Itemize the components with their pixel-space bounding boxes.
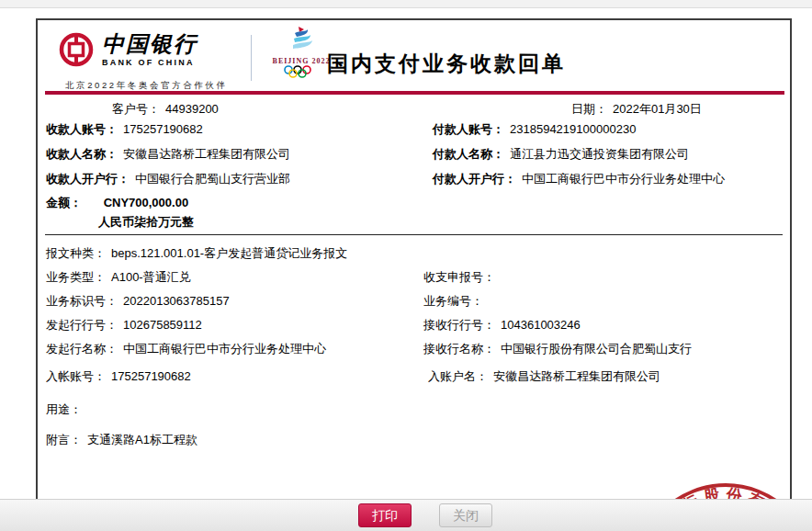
receiver-name-field: 接收行名称：中国银行股份有限公司合肥蜀山支行 xyxy=(423,341,692,357)
payer-bank-field: 付款人开户行：中国工商银行巴中市分行业务处理中心 xyxy=(433,171,725,187)
payer-name-field: 付款人名称：通江县力迅交通投资集团有限公司 xyxy=(433,146,689,163)
receiver-name-value: 中国银行股份有限公司合肥蜀山支行 xyxy=(501,342,692,356)
action-bar: 打印 关闭 xyxy=(0,499,812,531)
browser-top-strip xyxy=(0,0,812,8)
sender-name-label: 发起行名称： xyxy=(46,342,118,356)
print-button[interactable]: 打印 xyxy=(358,503,412,527)
header-red-rule xyxy=(45,91,784,95)
date-label: 日期： xyxy=(571,102,607,116)
credit-name-field: 入账户名：安徽昌达路桥工程集团有限公司 xyxy=(428,368,660,385)
customer-number-value: 44939200 xyxy=(165,102,219,116)
remark-row: 附言：支通溪路A1标工程款 xyxy=(46,432,197,448)
biz-no-field: 业务编号： xyxy=(423,293,489,310)
remark-value: 支通溪路A1标工程款 xyxy=(87,433,197,446)
boc-wordmark: 中国银行 BANK OF CHINA xyxy=(102,33,197,67)
declare-no-label: 收支申报号： xyxy=(423,270,495,284)
payer-name-value: 通江县力迅交通投资集团有限公司 xyxy=(510,147,689,161)
payee-bank-row: 收款人开户行：中国银行合肥蜀山支行营业部 付款人开户行：中国工商银行巴中市分行业… xyxy=(46,171,290,187)
payee-account-value: 175257190682 xyxy=(123,122,203,136)
payee-account-label: 收款人账号： xyxy=(46,122,118,136)
biz-type-value: A100-普通汇兑 xyxy=(111,270,191,284)
payer-account-label: 付款人账号： xyxy=(433,122,504,136)
customer-number-field: 客户号：44939200 xyxy=(112,101,219,118)
sender-name-value: 中国工商银行巴中市分行业务处理中心 xyxy=(123,342,326,356)
remark-label: 附言： xyxy=(46,433,82,446)
boc-name-en: BANK OF CHINA xyxy=(102,58,197,67)
receiver-no-field: 接收行行号：104361003246 xyxy=(423,317,581,333)
payee-bank-value: 中国银行合肥蜀山支行营业部 xyxy=(135,172,290,186)
payee-name-row: 收款人名称：安徽昌达路桥工程集团有限公司 付款人名称：通江县力迅交通投资集团有限… xyxy=(46,146,290,163)
sender-name-row: 发起行名称：中国工商银行巴中市分行业务处理中心 接收行名称：中国银行股份有限公司… xyxy=(46,341,326,357)
date-field: 日期：2022年01月30日 xyxy=(571,101,702,118)
boc-emblem-icon xyxy=(58,31,95,68)
boc-logo: 中国银行 BANK OF CHINA xyxy=(58,31,197,68)
payer-bank-value: 中国工商银行巴中市分行业务处理中心 xyxy=(522,172,725,186)
message-type-value: beps.121.001.01-客户发起普通贷记业务报文 xyxy=(111,246,347,260)
biz-id-row: 业务标识号：2022013063785157 业务编号： xyxy=(46,293,230,310)
close-button[interactable]: 关闭 xyxy=(439,503,492,527)
receiver-no-label: 接收行行号： xyxy=(423,318,495,332)
biz-type-label: 业务类型： xyxy=(46,270,106,284)
date-value: 2022年01月30日 xyxy=(613,102,702,116)
credit-name-label: 入账户名： xyxy=(428,369,488,383)
payee-bank-label: 收款人开户行： xyxy=(46,172,130,186)
biz-id-label: 业务标识号： xyxy=(46,294,118,308)
credit-account-label: 入帐账号： xyxy=(46,369,106,383)
boc-name-cn: 中国银行 xyxy=(102,33,197,55)
message-type-label: 报文种类： xyxy=(46,246,106,260)
purpose-label: 用途： xyxy=(46,402,82,416)
purpose-row: 用途： xyxy=(46,401,87,418)
credit-name-value: 安徽昌达路桥工程集团有限公司 xyxy=(493,369,660,383)
amount-label: 金额： xyxy=(46,196,82,209)
credit-account-value: 175257190682 xyxy=(111,369,191,383)
payer-name-label: 付款人名称： xyxy=(433,147,504,161)
payee-account-row: 收款人账号：175257190682 付款人账号：231859421910000… xyxy=(46,121,203,138)
payee-name-value: 安徽昌达路桥工程集团有限公司 xyxy=(123,147,290,161)
payer-bank-label: 付款人开户行： xyxy=(433,172,516,186)
payee-name-label: 收款人名称： xyxy=(46,147,118,161)
customer-number-label: 客户号： xyxy=(112,102,160,116)
receipt-panel: 中国银行 BANK OF CHINA BEIJING 2022 国内支付业务收款… xyxy=(36,18,792,499)
biz-id-value: 2022013063785157 xyxy=(123,294,230,308)
bank-seal: 中国银行股份有限公司 xyxy=(634,481,792,499)
sender-no-label: 发起行行号： xyxy=(46,318,118,332)
action-buttons: 打印 关闭 xyxy=(358,503,492,527)
credit-account-row: 入帐账号：175257190682 入账户名：安徽昌达路桥工程集团有限公司 xyxy=(46,368,191,385)
payer-account-value: 2318594219100000230 xyxy=(510,122,636,136)
biz-no-label: 业务编号： xyxy=(423,294,483,308)
biz-type-row: 业务类型：A100-普通汇兑 收支申报号： xyxy=(46,269,191,286)
receiver-no-value: 104361003246 xyxy=(501,318,581,332)
declare-no-field: 收支申报号： xyxy=(423,269,501,286)
page-title: 国内支付业务收款回单 xyxy=(267,50,626,78)
receiver-name-label: 接收行名称： xyxy=(423,342,495,356)
sender-no-value: 102675859112 xyxy=(123,318,202,332)
sender-no-row: 发起行行号：102675859112 接收行行号：104361003246 xyxy=(46,317,202,333)
section-divider xyxy=(45,234,783,235)
amount-in-words: 人民币柒拾万元整 xyxy=(98,214,194,231)
payer-account-field: 付款人账号：2318594219100000230 xyxy=(433,121,636,138)
amount-value: CNY700,000.00 xyxy=(104,196,189,209)
message-type-row: 报文种类：beps.121.001.01-客户发起普通贷记业务报文 xyxy=(46,245,347,262)
logo-divider xyxy=(251,35,252,81)
amount-row: 金额： CNY700,000.00 xyxy=(46,195,188,211)
